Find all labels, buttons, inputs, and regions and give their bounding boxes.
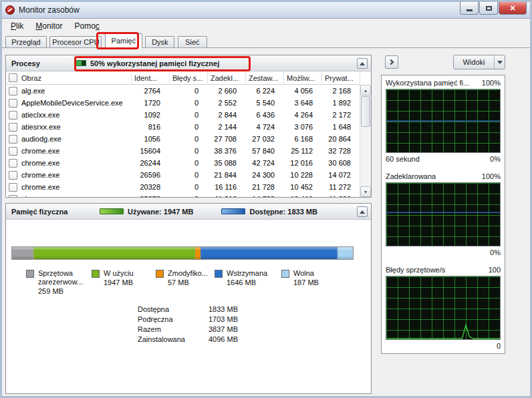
process-cell: 4 264 bbox=[284, 109, 322, 121]
collapse-memory-button[interactable] bbox=[357, 206, 368, 217]
scroll-down-icon[interactable]: ▼ bbox=[360, 186, 371, 197]
minimize-button[interactable] bbox=[460, 2, 479, 15]
table-row[interactable]: chrome.exe25873011 21614 72810 41611 236 bbox=[6, 193, 360, 197]
row-checkbox[interactable] bbox=[9, 171, 17, 180]
close-icon: ✕ bbox=[509, 5, 515, 12]
graph-timespan-label: 60 sekund bbox=[386, 154, 420, 164]
process-image-name: alg.exe bbox=[21, 87, 45, 95]
process-cell: 11 216 bbox=[208, 193, 246, 197]
table-row[interactable]: atieclxx.exe109202 8446 4364 2642 172 bbox=[6, 109, 360, 121]
graph-title-hard-faults: Błędy sprzętowe/s bbox=[386, 265, 445, 274]
legend-value: 187 MB bbox=[293, 278, 319, 287]
chevron-up-icon bbox=[360, 210, 365, 214]
column-header-obraz[interactable]: Obraz bbox=[21, 74, 41, 82]
hard-faults-graph-block: Błędy sprzętowe/s 100 0 bbox=[386, 265, 501, 351]
select-all-checkbox[interactable] bbox=[9, 73, 17, 82]
row-checkbox[interactable] bbox=[9, 135, 17, 144]
process-cell: 11 236 bbox=[322, 193, 360, 197]
graph-min-used-memory: 0% bbox=[490, 154, 501, 164]
table-row[interactable]: chrome.exe26596021 84424 30010 22814 072 bbox=[6, 169, 360, 181]
physical-memory-panel-header[interactable]: Pamięć fizyczna Używane: 1947 MB Dostępn… bbox=[6, 204, 371, 220]
row-checkbox[interactable] bbox=[9, 183, 17, 192]
memory-bar-segment bbox=[12, 247, 33, 259]
graph-title-used-memory: Wykorzystana pamięć fi... bbox=[386, 78, 469, 87]
close-button[interactable]: ✕ bbox=[499, 2, 527, 15]
process-cell: 27 708 bbox=[208, 133, 246, 145]
processes-panel-header[interactable]: Procesy 50% wykorzystanej pamięci fizycz… bbox=[6, 55, 371, 71]
process-table-body: alg.exe276402 6606 2244 0562 168AppleMob… bbox=[6, 85, 360, 197]
collapse-views-button[interactable] bbox=[385, 55, 398, 69]
menu-monitor[interactable]: Monitor bbox=[29, 20, 68, 32]
menu-pomoc[interactable]: Pomoc bbox=[68, 20, 105, 32]
tab-pamiec[interactable]: Pamięć bbox=[105, 33, 142, 48]
row-checkbox[interactable] bbox=[9, 99, 17, 108]
table-row[interactable]: AppleMobileDeviceService.exe172002 5525 … bbox=[6, 97, 360, 109]
processes-scrollbar[interactable]: ▲ ▼ bbox=[360, 85, 371, 197]
physical-memory-panel-title: Pamięć fizyczna bbox=[6, 208, 100, 216]
process-cell: 2 844 bbox=[208, 109, 246, 121]
column-header-zadekl[interactable]: Zadekl... bbox=[208, 71, 246, 84]
process-cell: 1056 bbox=[132, 133, 170, 145]
column-header-prywat[interactable]: Prywat... bbox=[322, 71, 360, 84]
legend-item-in-use: W użyciu 1947 MB bbox=[92, 269, 156, 296]
stat-value-dostepna: 1833 MB bbox=[201, 305, 238, 314]
window-controls: ✕ bbox=[459, 2, 527, 15]
process-cell: 27 032 bbox=[246, 133, 284, 145]
process-cell: 0 bbox=[170, 169, 208, 181]
scrollbar-thumb[interactable] bbox=[361, 96, 370, 127]
process-image-name: AppleMobileDeviceService.exe bbox=[21, 99, 123, 107]
table-row[interactable]: audiodg.exe1056027 70827 0326 16820 864 bbox=[6, 133, 360, 145]
graph-max-commit: 100% bbox=[482, 172, 501, 181]
legend-item-hardware-reserved: Sprzętowa zarezerwow... 259 MB bbox=[26, 269, 92, 296]
process-cell: 1092 bbox=[132, 109, 170, 121]
collapse-processes-button[interactable] bbox=[357, 58, 368, 69]
row-checkbox[interactable] bbox=[9, 123, 17, 132]
table-row[interactable]: chrome.exe26244035 08842 72412 01630 608 bbox=[6, 157, 360, 169]
tab-przeglad[interactable]: Przegląd bbox=[5, 36, 47, 48]
row-checkbox[interactable] bbox=[9, 159, 17, 168]
legend-label: W użyciu bbox=[104, 269, 134, 278]
process-cell: 26596 bbox=[132, 169, 170, 181]
stat-value-zainstalowana: 4096 MB bbox=[201, 335, 238, 344]
graph-max-used-memory: 100% bbox=[482, 78, 501, 87]
process-cell: 0 bbox=[170, 121, 208, 133]
table-row[interactable]: alg.exe276402 6606 2244 0562 168 bbox=[6, 85, 360, 97]
memory-composition-bar bbox=[11, 246, 354, 260]
column-header-ident[interactable]: Ident... bbox=[132, 71, 170, 84]
process-cell: 0 bbox=[170, 193, 208, 197]
menu-plik[interactable]: Plik bbox=[5, 20, 29, 32]
scroll-up-icon[interactable]: ▲ bbox=[360, 85, 371, 95]
views-header: Widoki bbox=[381, 55, 505, 71]
process-cell: 20328 bbox=[132, 181, 170, 193]
process-cell: 14 728 bbox=[246, 193, 284, 197]
maximize-button[interactable] bbox=[479, 2, 498, 15]
process-cell: 5 540 bbox=[246, 97, 284, 109]
row-checkbox[interactable] bbox=[9, 195, 17, 198]
table-row[interactable]: chrome.exe20328016 11621 72810 45211 272 bbox=[6, 181, 360, 193]
tab-dysk[interactable]: Dysk bbox=[145, 36, 174, 48]
memory-usage-bar-icon bbox=[76, 60, 86, 66]
window-title: Monitor zasobów bbox=[15, 5, 80, 15]
process-cell: 15604 bbox=[132, 145, 170, 157]
legend-swatch-green bbox=[92, 270, 100, 278]
legend-value: 1646 MB bbox=[227, 278, 267, 287]
process-cell: 0 bbox=[170, 97, 208, 109]
legend-item-free: Wolna 187 MB bbox=[281, 269, 335, 296]
tab-procesor-cpu[interactable]: Procesor CPU bbox=[49, 36, 102, 48]
graph-min-hard-faults: 0 bbox=[497, 341, 501, 351]
tab-siec[interactable]: Sieć bbox=[178, 36, 207, 48]
process-cell: 26244 bbox=[132, 157, 170, 169]
column-header-zestaw[interactable]: Zestaw... bbox=[246, 71, 284, 84]
legend-swatch-lightblue bbox=[281, 270, 289, 278]
column-header-mozliw[interactable]: Możliw... bbox=[284, 71, 322, 84]
table-row[interactable]: atiesrxx.exe81602 1444 7243 0761 648 bbox=[6, 121, 360, 133]
column-header-bledy[interactable]: Błędy s... bbox=[170, 71, 208, 84]
row-checkbox[interactable] bbox=[9, 87, 17, 95]
table-row[interactable]: chrome.exe15604038 37657 84025 11232 728 bbox=[6, 145, 360, 157]
titlebar[interactable]: Monitor zasobów ✕ bbox=[2, 2, 530, 19]
process-table-header[interactable]: Obraz Ident... Błędy s... Zadekl... Zest… bbox=[6, 71, 360, 85]
views-button[interactable]: Widoki bbox=[453, 55, 505, 69]
views-dropdown-button[interactable] bbox=[494, 55, 505, 69]
row-checkbox[interactable] bbox=[9, 111, 17, 120]
row-checkbox[interactable] bbox=[9, 147, 17, 156]
